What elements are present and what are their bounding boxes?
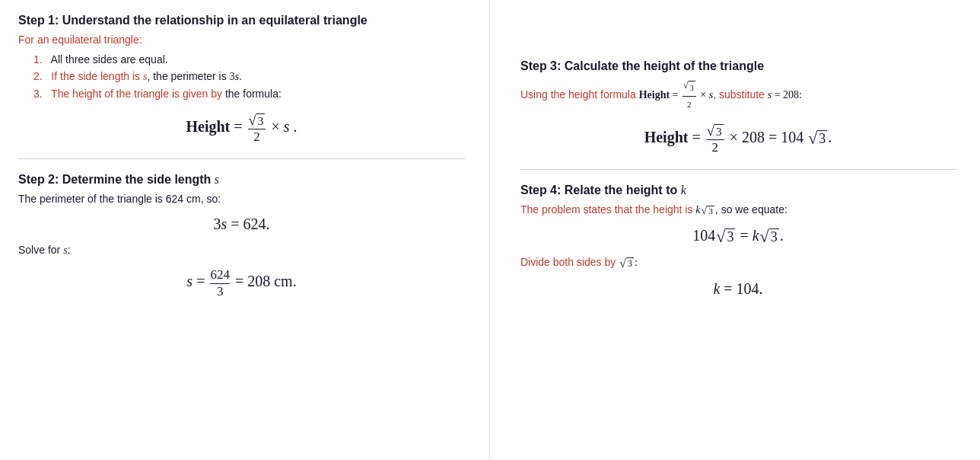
step3-formula-display: Height = √3 2 × 208 = 104 √3. xyxy=(520,123,956,155)
step2-eq2: s = 624 3 = 208 cm. xyxy=(18,267,465,299)
step1-item1: 1. All three sides are equal. xyxy=(33,53,465,65)
step2-subtitle: The perimeter of the triangle is 624 cm,… xyxy=(18,193,465,205)
item2-text: If the side length is s, the perimeter i… xyxy=(51,70,242,82)
step4-title: Step 4: Relate the height to k xyxy=(520,184,956,197)
step3-title: Step 3: Calculate the height of the tria… xyxy=(520,59,956,73)
item3-number: 3. xyxy=(33,88,48,100)
divide-both-sides-text: Divide both sides by √3: xyxy=(520,256,956,270)
item1-number: 1. xyxy=(33,53,48,65)
step1-formula: Height = √3 2 × s . xyxy=(18,112,465,145)
step2-section: Step 2: Determine the side length s The … xyxy=(18,173,465,299)
step1-subtitle: For an equilateral triangle: xyxy=(18,34,465,46)
step4-eq1: 104√3 = k√3. xyxy=(520,227,956,245)
step3-desc: Using the height formula Height = √3 2 ×… xyxy=(520,79,956,112)
step1-item2: 2. If the side length is s, the perimete… xyxy=(33,70,465,83)
step2-solve-label: Solve for s: xyxy=(18,244,465,257)
step1-item3: 3. The height of the triangle is given b… xyxy=(33,88,465,100)
item3-text: The height of the triangle is given by t… xyxy=(51,88,282,100)
left-panel: Step 1: Understand the relationship in a… xyxy=(0,0,490,460)
step2-title: Step 2: Determine the side length s xyxy=(18,173,465,187)
step2-eq1: 3s = 624. xyxy=(18,216,465,233)
item1-text: All three sides are equal. xyxy=(51,53,168,65)
step3-section: Step 3: Calculate the height of the tria… xyxy=(520,59,956,155)
step4-desc: The problem states that the height is k√… xyxy=(520,203,956,216)
formula-fraction: √3 2 xyxy=(248,112,266,145)
right-panel: Step 3: Calculate the height of the tria… xyxy=(490,0,980,460)
step1-section: Step 1: Understand the relationship in a… xyxy=(18,14,465,145)
step3-divider xyxy=(520,169,956,170)
step4-section: Step 4: Relate the height to k The probl… xyxy=(520,184,956,298)
step1-title: Step 1: Understand the relationship in a… xyxy=(18,14,465,27)
step4-eq2: k = 104. xyxy=(520,280,956,298)
item2-number: 2. xyxy=(33,70,48,82)
step1-divider xyxy=(18,158,465,159)
